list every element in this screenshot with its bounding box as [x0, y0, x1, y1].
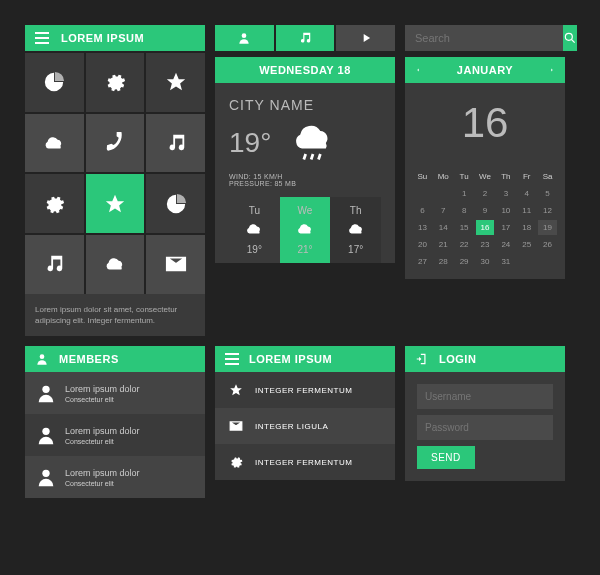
music-icon: [165, 132, 187, 154]
cal-day[interactable]: 11: [517, 203, 536, 218]
top-play[interactable]: [336, 25, 395, 51]
cal-weekday: We: [476, 169, 495, 184]
music-icon: [298, 31, 312, 45]
top-person[interactable]: [215, 25, 274, 51]
cal-day[interactable]: 7: [434, 203, 453, 218]
cal-day[interactable]: 19: [538, 220, 557, 235]
cal-day[interactable]: 26: [538, 237, 557, 252]
cal-day[interactable]: 10: [496, 203, 515, 218]
play-icon: [359, 31, 373, 45]
tile-pie[interactable]: [25, 53, 84, 112]
cal-day[interactable]: 30: [476, 254, 495, 269]
person-icon: [35, 352, 49, 366]
rain-icon: [291, 121, 335, 165]
menu-item-icon: [229, 455, 243, 469]
chevron-right-icon: [549, 65, 555, 75]
cal-day[interactable]: 18: [517, 220, 536, 235]
cal-day[interactable]: 31: [496, 254, 515, 269]
cal-day[interactable]: 3: [496, 186, 515, 201]
app-title: LOREM IPSUM: [61, 32, 144, 44]
cal-weekday: Fr: [517, 169, 536, 184]
password-input[interactable]: [417, 415, 553, 440]
cal-day[interactable]: 13: [413, 220, 432, 235]
music-icon: [43, 253, 65, 275]
cal-day[interactable]: 15: [455, 220, 474, 235]
cal-day: [517, 254, 536, 269]
cal-day[interactable]: 27: [413, 254, 432, 269]
cal-day[interactable]: 21: [434, 237, 453, 252]
search-button[interactable]: [563, 25, 577, 51]
forecast-day[interactable]: Tu19°: [229, 197, 280, 263]
tile-settings[interactable]: [86, 53, 145, 112]
tile-music-2[interactable]: [25, 235, 84, 294]
cal-day[interactable]: 8: [455, 203, 474, 218]
cal-day[interactable]: 5: [538, 186, 557, 201]
cal-next[interactable]: [539, 57, 565, 83]
tile-music[interactable]: [146, 114, 205, 173]
cal-day[interactable]: 29: [455, 254, 474, 269]
avatar-icon: [35, 424, 57, 446]
star-icon: [165, 71, 187, 93]
tile-star[interactable]: [146, 53, 205, 112]
cal-prev[interactable]: [405, 57, 431, 83]
tile-cloud[interactable]: [25, 114, 84, 173]
cal-day[interactable]: 17: [496, 220, 515, 235]
cal-big-date: 16: [405, 83, 565, 163]
cal-day[interactable]: 20: [413, 237, 432, 252]
cal-weekday: Tu: [455, 169, 474, 184]
menu-item[interactable]: INTEGER LIGULA: [215, 408, 395, 444]
cal-day[interactable]: 9: [476, 203, 495, 218]
tile-mail[interactable]: [146, 235, 205, 294]
member-row[interactable]: Lorem ipsum dolorConsectetur elit: [25, 372, 205, 414]
cal-day[interactable]: 22: [455, 237, 474, 252]
username-input[interactable]: [417, 384, 553, 409]
forecast-day[interactable]: We21°: [280, 197, 331, 263]
cal-day[interactable]: 6: [413, 203, 432, 218]
cal-weekday: Su: [413, 169, 432, 184]
members-header: MEMBERS: [25, 346, 205, 372]
login-title: LOGIN: [439, 353, 476, 365]
cal-day: [413, 186, 432, 201]
cal-day: [538, 254, 557, 269]
menu-item[interactable]: INTEGER FERMENTUM: [215, 444, 395, 480]
search-input[interactable]: [405, 25, 563, 51]
cal-day[interactable]: 24: [496, 237, 515, 252]
cal-weekday: Sa: [538, 169, 557, 184]
cal-day[interactable]: 25: [517, 237, 536, 252]
calendar-nav: JANUARY: [405, 57, 565, 83]
forecast-day[interactable]: Th17°: [330, 197, 381, 263]
app-header: LOREM IPSUM: [25, 25, 205, 51]
hamburger-icon[interactable]: [225, 353, 239, 365]
send-button[interactable]: SEND: [417, 446, 475, 469]
menu-item-icon: [229, 383, 243, 397]
calendar-grid: SuMoTuWeThFrSa12345678910111213141516171…: [405, 163, 565, 279]
phone-icon: [104, 132, 126, 154]
cal-day[interactable]: 4: [517, 186, 536, 201]
hamburger-icon[interactable]: [35, 32, 49, 44]
member-row[interactable]: Lorem ipsum dolorConsectetur elit: [25, 456, 205, 498]
cal-day[interactable]: 28: [434, 254, 453, 269]
caption-text: Lorem ipsum dolor sit amet, consectetur …: [25, 294, 205, 336]
cal-day[interactable]: 2: [476, 186, 495, 201]
cal-day[interactable]: 14: [434, 220, 453, 235]
cal-day[interactable]: 12: [538, 203, 557, 218]
cal-day[interactable]: 23: [476, 237, 495, 252]
tile-phone[interactable]: [86, 114, 145, 173]
tile-pie-2[interactable]: [146, 174, 205, 233]
members-title: MEMBERS: [59, 353, 119, 365]
top-music[interactable]: [276, 25, 335, 51]
cal-day[interactable]: 16: [476, 220, 495, 235]
cloud-icon: [43, 132, 65, 154]
menu-item[interactable]: INTEGER FERMENTUM: [215, 372, 395, 408]
member-row[interactable]: Lorem ipsum dolorConsectetur elit: [25, 414, 205, 456]
weather-header: WEDNESDAY 18: [215, 57, 395, 83]
menu-panel: LOREM IPSUM INTEGER FERMENTUMINTEGER LIG…: [215, 346, 395, 498]
tile-cloud-2[interactable]: [86, 235, 145, 294]
current-temp: 19°: [229, 127, 271, 159]
tile-star-active[interactable]: [86, 174, 145, 233]
search-icon: [563, 31, 577, 45]
cal-day[interactable]: 1: [455, 186, 474, 201]
tile-settings-2[interactable]: [25, 174, 84, 233]
city-name: CITY NAME: [229, 97, 381, 113]
pie-icon: [165, 193, 187, 215]
